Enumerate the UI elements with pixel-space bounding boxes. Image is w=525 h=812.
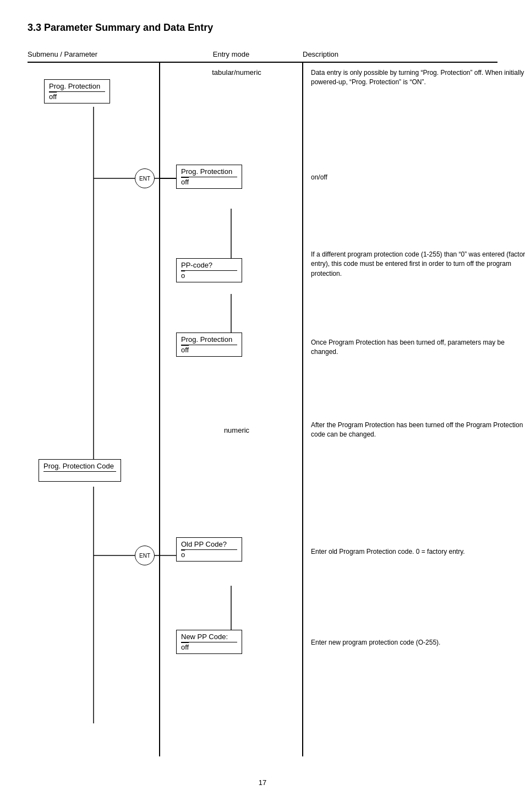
description-5: After the Program Protection has been tu… bbox=[311, 421, 525, 440]
old-pp-code-box: Old PP Code? o bbox=[176, 537, 242, 562]
header-row: Submenu / Parameter Entry mode Descripti… bbox=[28, 50, 497, 63]
diagram-section: Submenu / Parameter Entry mode Descripti… bbox=[28, 50, 497, 767]
header-submenu: Submenu / Parameter bbox=[28, 50, 160, 58]
prog-protection-entry1-box: Prog. Protection off bbox=[176, 165, 242, 189]
header-entry: Entry mode bbox=[160, 50, 303, 58]
header-description: Description bbox=[303, 50, 497, 58]
description-1: Data entry is only possible by turning “… bbox=[311, 68, 525, 88]
pp-code-box: PP-code? o bbox=[176, 258, 242, 282]
entry-label-tabular: tabular/numeric bbox=[176, 68, 297, 77]
description-4: Once Program Protection has been turned … bbox=[311, 338, 525, 357]
description-6: Enter old Program Protection code. 0 = f… bbox=[311, 547, 525, 557]
description-3: If a different program protection code (… bbox=[311, 250, 525, 279]
ent-circle-2: ENT bbox=[135, 546, 155, 565]
description-7: Enter new program protection code (O-255… bbox=[311, 638, 525, 647]
diagram-svg bbox=[28, 63, 497, 767]
new-pp-code-box: New PP Code: off bbox=[176, 630, 242, 654]
description-2: on/off bbox=[311, 173, 525, 182]
prog-protection-left-box: Prog. Protection off bbox=[44, 79, 110, 103]
page-number: 17 bbox=[28, 778, 497, 787]
page-title: 3.3 Parameter Summary and Data Entry bbox=[28, 22, 497, 34]
prog-protection-entry2-box: Prog. Protection off bbox=[176, 333, 242, 357]
entry-label-numeric: numeric bbox=[176, 426, 297, 434]
ent-circle-1: ENT bbox=[135, 168, 155, 188]
prog-protection-code-box: Prog. Protection Code bbox=[39, 459, 121, 482]
